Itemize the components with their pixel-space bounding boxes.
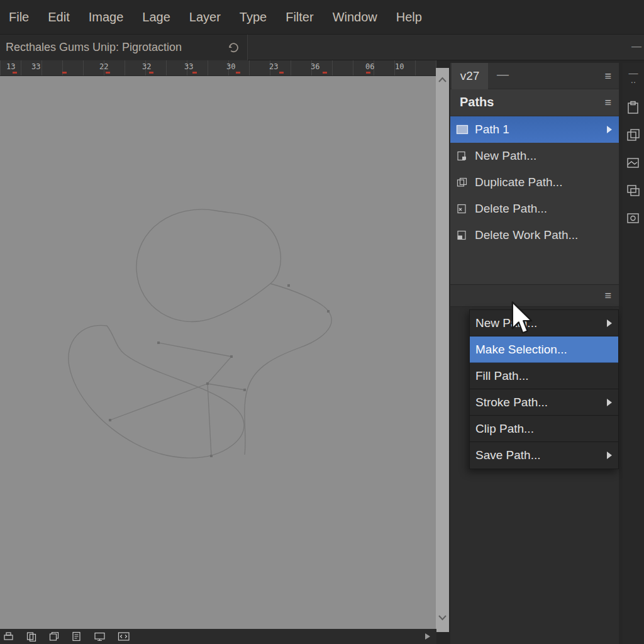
print-icon[interactable] (3, 631, 14, 641)
document-icon[interactable] (71, 631, 82, 641)
menu-edit[interactable]: Edit (48, 10, 69, 25)
panel-title: Paths (460, 95, 494, 109)
menu-layer[interactable]: Layer (189, 10, 221, 25)
document-canvas[interactable] (0, 76, 436, 629)
options-overflow-icon[interactable]: — (631, 41, 641, 52)
ruler-tick: 33 (31, 62, 40, 71)
status-bar (0, 629, 436, 644)
context-item-label: Save Path... (475, 448, 541, 462)
paths-item-label: Duplicate Path... (475, 175, 562, 189)
status-bar-expand-icon[interactable] (425, 633, 430, 640)
menu-file[interactable]: File (9, 10, 29, 25)
panel-tab-row: v27 — ≡ (450, 63, 619, 89)
ruler-tick: 32 (142, 62, 151, 71)
snapshot-panel-icon[interactable] (626, 156, 641, 170)
paths-item-duplicate-path[interactable]: Duplicate Path... (450, 169, 619, 196)
pen-path-drawing (0, 76, 436, 629)
context-item-fill-path[interactable]: Fill Path... (470, 363, 618, 389)
menu-window[interactable]: Window (333, 10, 377, 25)
ruler-tick: 13 (6, 62, 15, 71)
ruler-tick: 10 (395, 62, 404, 71)
context-item-label: Fill Path... (475, 369, 528, 383)
refresh-icon[interactable] (226, 40, 242, 55)
menu-filter[interactable]: Filter (286, 10, 313, 25)
menu-help[interactable]: Help (396, 10, 422, 25)
code-icon[interactable] (118, 631, 130, 641)
menu-bar: File Edit Image Lage Layer Type Filter W… (0, 0, 644, 35)
panel-title-row: Paths ≡ (450, 89, 619, 116)
ruler-tick: 36 (311, 62, 319, 71)
paths-item-path1[interactable]: Path 1 (450, 116, 619, 143)
submenu-arrow-icon (607, 319, 612, 327)
context-item-stroke-path[interactable]: Stroke Path... (470, 389, 618, 416)
panel-menu-icon[interactable]: ≡ (604, 69, 611, 82)
paths-item-delete-path[interactable]: Delete Path... (450, 196, 619, 222)
strip-collapse-icon[interactable]: —.. (623, 63, 644, 83)
submenu-arrow-icon (607, 399, 612, 406)
copy-panel-icon[interactable] (626, 128, 641, 142)
pages-icon[interactable] (26, 631, 37, 641)
ruler-tick: 23 (269, 62, 278, 71)
submenu-arrow-icon (607, 452, 612, 459)
section-menu-icon[interactable]: ≡ (604, 289, 611, 303)
paths-item-label: Delete Work Path... (475, 228, 578, 242)
horizontal-ruler: 13 33 22 32 33 30 23 36 06 10 (0, 60, 436, 76)
vertical-scrollbar[interactable] (436, 68, 449, 632)
mask-panel-icon[interactable] (626, 211, 641, 225)
image-editor-window: File Edit Image Lage Layer Type Filter W… (0, 0, 644, 644)
context-item-new-path[interactable]: New Path... (470, 310, 618, 336)
duplicate-page-icon[interactable] (48, 631, 60, 641)
paths-item-label: Path 1 (475, 123, 509, 136)
duplicate-path-icon (456, 177, 469, 187)
paths-panel: v27 — ≡ Paths ≡ Path 1 New Path... (450, 63, 619, 644)
delete-work-path-icon (456, 230, 469, 240)
paths-panel-menu-icon[interactable]: ≡ (604, 96, 611, 109)
options-bar: Recthales Gums Unip: Pigrotaction — (0, 35, 644, 60)
clipboard-panel-icon[interactable] (626, 101, 641, 114)
menu-type[interactable]: Type (240, 10, 267, 25)
collapsed-panel-strip: —.. (623, 63, 644, 644)
path-thumbnail-icon (456, 125, 469, 135)
menu-lage[interactable]: Lage (142, 10, 170, 25)
context-item-label: Clip Path... (475, 422, 534, 436)
paths-context-menu: New Path... Make Selection... Fill Path.… (469, 309, 619, 469)
monitor-icon[interactable] (94, 631, 106, 641)
ruler-tick: 33 (184, 62, 193, 71)
paths-item-delete-work-path[interactable]: Delete Work Path... (450, 222, 619, 248)
menu-image[interactable]: Image (89, 10, 124, 25)
document-tab[interactable]: v27 (452, 63, 488, 89)
scroll-up-icon[interactable] (438, 77, 447, 83)
delete-path-icon (456, 204, 469, 214)
context-item-label: Make Selection... (475, 343, 567, 357)
layers-panel-icon[interactable] (626, 184, 641, 197)
ruler-tick: 06 (365, 62, 374, 71)
paths-item-new-path[interactable]: New Path... (450, 143, 619, 169)
tool-options-text: Recthales Gums Unip: Pigrotaction (6, 41, 182, 54)
context-item-label: Stroke Path... (475, 396, 548, 409)
ruler-tick: 22 (99, 62, 108, 71)
paths-item-label: Delete Path... (475, 202, 547, 216)
context-item-clip-path[interactable]: Clip Path... (470, 416, 618, 442)
scroll-down-icon[interactable] (438, 614, 447, 621)
paths-list: Path 1 New Path... Duplicate Path... D (450, 116, 619, 248)
tool-options-field[interactable]: Recthales Gums Unip: Pigrotaction (0, 35, 248, 60)
new-path-icon (456, 151, 469, 161)
context-item-label: New Path... (475, 316, 537, 330)
paths-item-label: New Path... (475, 149, 536, 163)
context-item-save-path[interactable]: Save Path... (470, 442, 618, 469)
dash-icon: — (497, 67, 509, 81)
context-item-make-selection[interactable]: Make Selection... (470, 336, 618, 363)
panel-section-divider: ≡ (450, 284, 619, 307)
ruler-tick: 30 (226, 62, 235, 71)
expand-arrow-icon (607, 126, 612, 133)
